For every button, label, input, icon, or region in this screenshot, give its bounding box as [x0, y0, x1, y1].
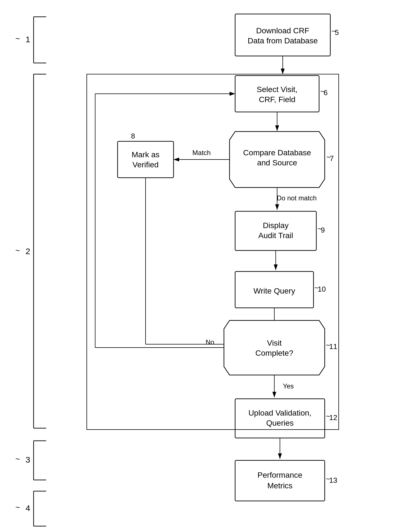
node-10-ref: 10	[318, 285, 326, 293]
match-label: Match	[192, 149, 210, 156]
bracket-tilde-4: ~	[15, 503, 20, 512]
node-12-tilde: ~	[326, 412, 330, 420]
node-9-tilde: ~	[317, 224, 322, 233]
node-9-box	[235, 211, 316, 250]
node-5-text-line2: Data from Database	[248, 36, 318, 45]
node-11-hex	[224, 320, 325, 375]
node-6-text-line1: Select Visit,	[257, 85, 298, 94]
node-13-text-line2: Metrics	[267, 481, 293, 490]
node-6-tilde: ~	[320, 87, 324, 95]
node-13-box	[235, 460, 325, 501]
node-9-text-line2: Audit Trail	[258, 231, 293, 240]
bracket-tilde-2: ~	[15, 246, 20, 255]
node-8-text-line2: Verified	[132, 160, 158, 169]
node-13-tilde: ~	[326, 475, 330, 483]
yes-label: Yes	[283, 382, 294, 390]
bracket-label-4: 4	[25, 503, 30, 513]
bracket-label-1: 1	[25, 35, 30, 44]
bracket-tilde-1: ~	[15, 34, 20, 43]
node-13-text-line1: Performance	[258, 471, 302, 479]
node-12-text-line1: Upload Validation,	[248, 409, 311, 417]
node-11-text-line1: Visit	[267, 339, 282, 347]
node-11-ref: 11	[329, 342, 337, 351]
node-7-text-line1: Compare Database	[243, 148, 311, 157]
node-11-tilde: ~	[326, 341, 330, 349]
node-10-text: Write Query	[254, 287, 295, 295]
flowchart-diagram: 1 ~ 2 ~ 3 ~ 4 ~ Download CRF Data from D…	[0, 0, 400, 532]
node-10-tilde: ~	[314, 283, 319, 292]
node-8-box	[118, 141, 174, 178]
no-match-label: Do not match	[277, 194, 317, 202]
node-5-text-line1: Download CRF	[256, 26, 309, 35]
no-label: No	[206, 338, 214, 346]
bracket-label-2: 2	[25, 247, 30, 256]
node-7-tilde: ~	[326, 153, 331, 161]
bracket-tilde-3: ~	[15, 455, 20, 463]
node-8-text-line1: Mark as	[132, 150, 160, 159]
node-13-ref: 13	[329, 476, 337, 484]
node-6-text-line2: CRF, Field	[259, 95, 296, 104]
node-8-ref: 8	[131, 132, 135, 140]
node-12-ref: 12	[329, 413, 337, 422]
node-12-box	[235, 399, 325, 438]
node-7-text-line2: and Source	[257, 158, 297, 167]
node-11-text-line2: Complete?	[255, 349, 293, 357]
outer-loop-box	[87, 74, 339, 430]
node-12-text-line2: Queries	[266, 419, 294, 427]
bracket-label-3: 3	[25, 455, 30, 464]
node-9-text-line1: Display	[263, 221, 289, 230]
node-5-tilde: ~	[331, 27, 336, 35]
